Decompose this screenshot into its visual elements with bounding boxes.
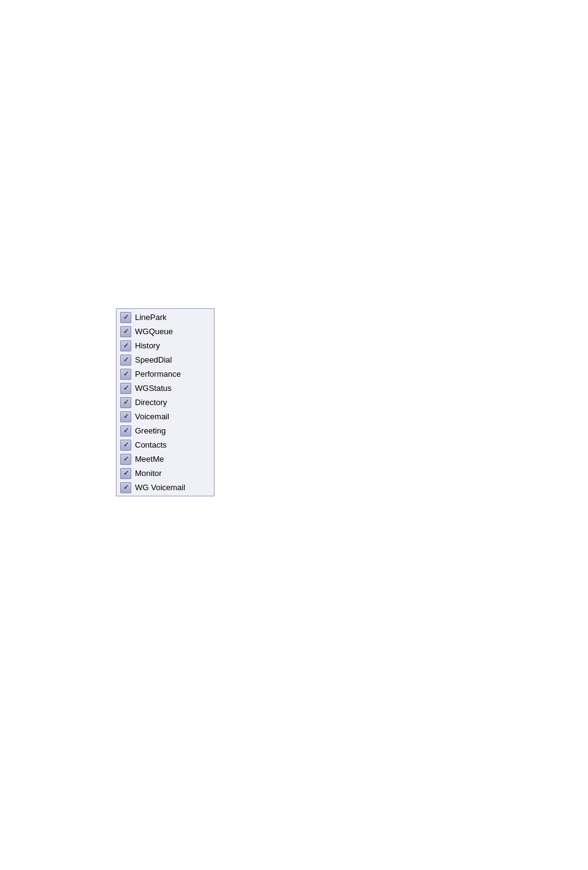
label-speeddial: SpeedDial [135, 355, 172, 364]
check-icon: ✓ [123, 441, 129, 448]
checklist-item-monitor[interactable]: ✓Monitor [118, 466, 213, 480]
check-icon: ✓ [123, 456, 129, 462]
checklist-item-directory[interactable]: ✓Directory [118, 395, 213, 409]
checklist-item-wg-voicemail[interactable]: ✓WG Voicemail [118, 480, 213, 495]
checkbox-linepark[interactable]: ✓ [120, 312, 131, 323]
checkbox-voicemail[interactable]: ✓ [120, 411, 131, 422]
check-icon: ✓ [123, 356, 129, 363]
checkbox-contacts[interactable]: ✓ [120, 440, 131, 451]
check-icon: ✓ [123, 413, 129, 420]
checklist-panel: ✓LinePark✓WGQueue✓History✓SpeedDial✓Perf… [116, 308, 214, 496]
label-linepark: LinePark [135, 313, 166, 322]
checklist-item-contacts[interactable]: ✓Contacts [118, 438, 213, 452]
label-monitor: Monitor [135, 469, 161, 478]
label-wgqueue: WGQueue [135, 327, 173, 336]
check-icon: ✓ [123, 470, 129, 477]
label-directory: Directory [135, 398, 167, 407]
checklist-item-wgstatus[interactable]: ✓WGStatus [118, 381, 213, 395]
label-wg-voicemail: WG Voicemail [135, 483, 186, 492]
label-contacts: Contacts [135, 440, 166, 449]
checkbox-speeddial[interactable]: ✓ [120, 355, 131, 366]
checklist-item-history[interactable]: ✓History [118, 339, 213, 353]
checkbox-directory[interactable]: ✓ [120, 397, 131, 408]
checkbox-performance[interactable]: ✓ [120, 369, 131, 380]
label-voicemail: Voicemail [135, 412, 169, 421]
checkbox-wg-voicemail[interactable]: ✓ [120, 482, 131, 493]
check-icon: ✓ [123, 371, 129, 377]
checklist-item-linepark[interactable]: ✓LinePark [118, 310, 213, 324]
label-history: History [135, 341, 160, 350]
checklist-item-meetme[interactable]: ✓MeetMe [118, 452, 213, 466]
check-icon: ✓ [123, 328, 129, 335]
check-icon: ✓ [123, 427, 129, 434]
label-performance: Performance [135, 369, 181, 379]
checklist-item-greeting[interactable]: ✓Greeting [118, 424, 213, 438]
check-icon: ✓ [123, 342, 129, 349]
checkbox-meetme[interactable]: ✓ [120, 454, 131, 465]
checkbox-wgqueue[interactable]: ✓ [120, 326, 131, 337]
checkbox-monitor[interactable]: ✓ [120, 468, 131, 479]
label-meetme: MeetMe [135, 454, 164, 464]
check-icon: ✓ [123, 314, 129, 321]
check-icon: ✓ [123, 385, 129, 392]
label-greeting: Greeting [135, 426, 166, 435]
checklist-item-voicemail[interactable]: ✓Voicemail [118, 409, 213, 424]
checklist-item-wgqueue[interactable]: ✓WGQueue [118, 324, 213, 339]
check-icon: ✓ [123, 484, 129, 491]
check-icon: ✓ [123, 399, 129, 406]
label-wgstatus: WGStatus [135, 384, 171, 393]
checkbox-wgstatus[interactable]: ✓ [120, 383, 131, 394]
checklist-item-speeddial[interactable]: ✓SpeedDial [118, 353, 213, 367]
checklist-item-performance[interactable]: ✓Performance [118, 367, 213, 381]
checkbox-history[interactable]: ✓ [120, 340, 131, 351]
checkbox-greeting[interactable]: ✓ [120, 425, 131, 437]
